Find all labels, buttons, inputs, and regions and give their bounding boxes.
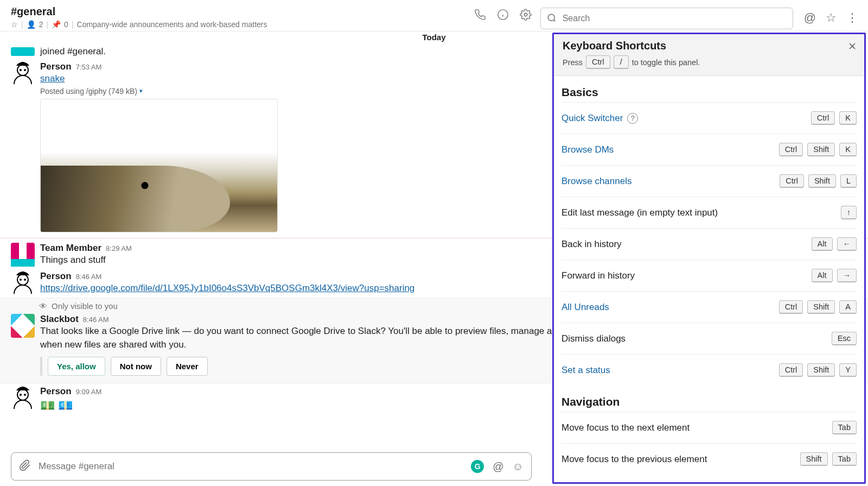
section-basics: Basics (561, 86, 857, 99)
pin-icon[interactable]: 📌 (52, 20, 61, 29)
svg-point-11 (17, 274, 28, 285)
shortcut-forward-history: Forward in history Alt→ (561, 260, 857, 291)
svg-line-5 (553, 20, 555, 21)
shortcut-set-status[interactable]: Set a status CtrlShiftY (561, 354, 857, 386)
close-icon[interactable] (847, 41, 858, 54)
message-time: 7:53 AM (76, 63, 102, 71)
eye-icon: 👁 (39, 301, 47, 311)
search-icon (547, 13, 557, 25)
svg-point-9 (24, 69, 26, 71)
panel-sub-post: to toggle this panel. (632, 58, 700, 67)
yes-allow-button[interactable]: Yes, allow (48, 357, 105, 376)
member-count[interactable]: 2 (39, 20, 43, 29)
avatar[interactable] (11, 271, 35, 295)
avatar[interactable] (11, 386, 35, 410)
svg-point-17 (24, 394, 26, 396)
avatar[interactable] (11, 314, 35, 338)
paperclip-icon[interactable] (19, 459, 31, 474)
channel-header: #general ☆ | 👤 2 | 📌 0 | Company-wide an… (0, 0, 868, 31)
svg-point-7 (17, 65, 28, 75)
system-join-text: joined #general. (40, 46, 106, 57)
panel-title: Keyboard Shortcuts (563, 40, 856, 52)
shortcut-focus-next: Move focus to the next element Tab (561, 412, 857, 443)
message-time: 8:46 AM (83, 315, 109, 324)
message-time: 9:09 AM (76, 388, 102, 396)
svg-point-13 (24, 279, 26, 281)
message-author[interactable]: Team Member (40, 243, 101, 254)
mentions-icon[interactable]: @ (804, 11, 816, 25)
channel-meta: ☆ | 👤 2 | 📌 0 | Company-wide announcemen… (11, 20, 474, 29)
star-outline-icon[interactable]: ☆ (826, 11, 837, 25)
pin-count[interactable]: 0 (64, 20, 68, 29)
svg-point-15 (17, 389, 28, 400)
attachment-title-link[interactable]: snake (40, 73, 65, 84)
members-icon[interactable]: 👤 (27, 20, 36, 29)
chevron-down-icon[interactable]: ▾ (139, 87, 143, 94)
search-input[interactable] (540, 8, 793, 29)
emoji-icon[interactable]: ☺ (513, 460, 524, 473)
not-now-button[interactable]: Not now (111, 357, 161, 376)
panel-sub-pre: Press (563, 58, 583, 67)
shortcut-dismiss-dialogs: Dismiss dialogs Esc (561, 323, 857, 354)
shortcut-back-history: Back in history Alt← (561, 228, 857, 260)
composer-input[interactable] (39, 461, 463, 472)
message-author[interactable]: Person (40, 386, 72, 397)
avatar[interactable] (11, 61, 35, 85)
message-composer[interactable]: G @ ☺ (11, 452, 532, 481)
shortcut-browse-channels[interactable]: Browse channels CtrlShiftL (561, 165, 857, 197)
help-icon[interactable]: ? (627, 113, 638, 124)
never-button[interactable]: Never (167, 357, 208, 376)
attachment-meta: Posted using /giphy (749 kB) (40, 87, 137, 96)
gif-attachment[interactable] (40, 99, 278, 232)
section-navigation: Navigation (561, 395, 857, 408)
shortcut-browse-dms[interactable]: Browse DMs CtrlShiftK (561, 134, 857, 165)
message-link[interactable]: https://drive.google.com/file/d/1LX95Jy1… (40, 283, 414, 293)
shortcut-quick-switcher[interactable]: Quick Switcher? CtrlK (561, 102, 857, 134)
svg-point-16 (20, 394, 22, 396)
only-visible-label: Only visible to you (52, 301, 118, 311)
svg-point-12 (20, 279, 22, 281)
svg-point-3 (524, 13, 527, 16)
phone-icon[interactable] (474, 9, 486, 21)
star-icon[interactable]: ☆ (11, 20, 18, 29)
channel-topic[interactable]: Company-wide announcements and work-base… (77, 20, 267, 29)
info-icon[interactable] (497, 9, 509, 21)
shortcut-focus-prev: Move focus to the previous element Shift… (561, 443, 857, 475)
message-time: 8:46 AM (76, 273, 102, 281)
message-author[interactable]: Person (40, 271, 72, 282)
key-slash: / (614, 55, 629, 69)
avatar[interactable] (11, 243, 35, 267)
gear-icon[interactable] (520, 9, 532, 21)
shortcut-edit-last: Edit last message (in empty text input) … (561, 197, 857, 228)
message-time: 8:29 AM (106, 244, 132, 253)
grammarly-icon[interactable]: G (471, 460, 484, 473)
shortcut-all-unreads[interactable]: All Unreads CtrlShiftA (561, 291, 857, 323)
channel-title[interactable]: #general (11, 5, 474, 18)
keyboard-shortcuts-panel: Keyboard Shortcuts Press Ctrl / to toggl… (552, 33, 866, 484)
mention-icon[interactable]: @ (493, 460, 503, 473)
svg-point-4 (548, 14, 554, 21)
message-author[interactable]: Person (40, 61, 72, 72)
key-ctrl: Ctrl (586, 55, 610, 69)
more-icon[interactable]: ⋮ (846, 11, 857, 25)
message-author[interactable]: Slackbot (40, 314, 79, 325)
svg-point-8 (20, 69, 22, 71)
member-color-chip (11, 47, 35, 56)
